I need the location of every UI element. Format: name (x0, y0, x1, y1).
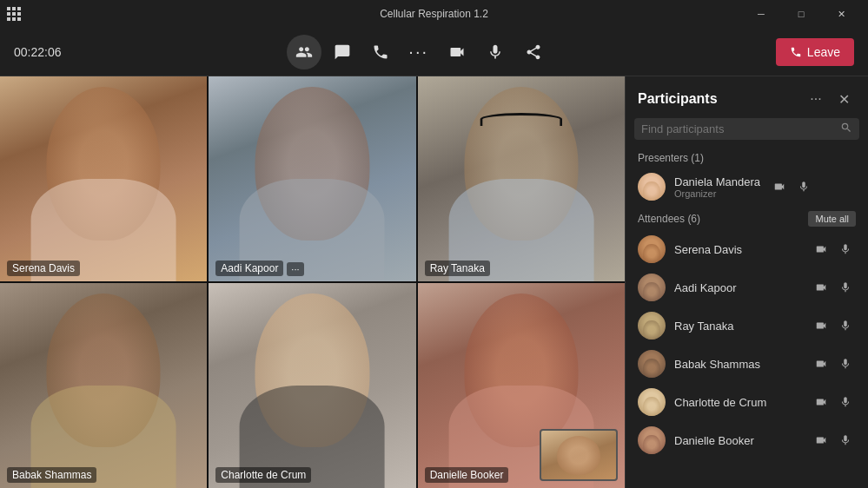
title-bar-left (7, 7, 21, 21)
danielle-name: Danielle Booker (674, 434, 802, 447)
ray-headphones (480, 113, 562, 126)
serena-label: Serena Davis (7, 260, 80, 276)
video-cell-charlotte[interactable]: Charlotte de Crum (209, 283, 415, 488)
serena-controls (811, 239, 856, 260)
window-controls: ─ □ ✕ (741, 0, 861, 28)
charlotte-controls (811, 392, 856, 412)
video-cell-aadi[interactable]: Aadi Kapoor ··· Mute (209, 76, 415, 281)
toolbar-right: Leave (776, 38, 854, 66)
daniela-info: Daniela Mandera Organizer (674, 175, 760, 199)
chat-icon (334, 43, 351, 61)
participant-row-charlotte[interactable]: Charlotte de Crum (626, 383, 868, 421)
charlotte-name: Charlotte de Crum (674, 396, 802, 409)
charlotte-camera-button[interactable] (811, 392, 832, 412)
video-cell-danielle[interactable]: Danielle Booker (418, 283, 625, 488)
babak-label: Babak Shammas (7, 467, 96, 483)
more-button[interactable]: ··· (401, 35, 436, 69)
danielle-label: Danielle Booker (425, 467, 509, 483)
chat-button[interactable] (325, 35, 360, 69)
mic-button[interactable] (478, 35, 513, 69)
panel-more-button[interactable]: ··· (804, 87, 828, 111)
window-title: Cellular Respiration 1.2 (380, 8, 488, 20)
waffle-icon[interactable] (7, 7, 21, 21)
video-cell-babak[interactable]: Babak Shammas (0, 283, 207, 488)
panel-close-button[interactable]: ✕ (832, 87, 856, 111)
participant-row-aadi[interactable]: Aadi Kapoor (626, 268, 868, 307)
camera-button[interactable] (440, 35, 474, 69)
danielle-mic-button[interactable] (835, 430, 856, 451)
mic-icon (487, 43, 504, 61)
aadi-bg (209, 76, 415, 281)
more-icon: ··· (408, 42, 428, 62)
share-button[interactable] (516, 35, 551, 69)
ray-mic-button[interactable] (835, 315, 856, 336)
participant-row-danielle[interactable]: Danielle Booker (626, 421, 868, 459)
danielle-camera-button[interactable] (811, 430, 832, 451)
aadi-label: Aadi Kapoor (215, 260, 283, 276)
ray-controls (811, 315, 856, 336)
camera-icon (448, 43, 466, 61)
daniela-camera-button[interactable] (769, 176, 790, 197)
serena-camera-button[interactable] (811, 239, 832, 260)
self-view-face (557, 436, 600, 475)
video-cell-ray[interactable]: Ray Tanaka (418, 76, 625, 281)
ray-label: Ray Tanaka (425, 260, 490, 276)
serena-bg (0, 76, 207, 281)
panel-header: Participants ··· ✕ (626, 76, 868, 118)
participant-row-ray[interactable]: Ray Tanaka (626, 307, 868, 345)
mute-all-button[interactable]: Mute all (808, 211, 856, 227)
search-box (634, 118, 859, 140)
serena-mic-button[interactable] (835, 239, 856, 260)
leave-button[interactable]: Leave (776, 38, 854, 66)
panel-header-controls: ··· ✕ (804, 87, 856, 111)
presenters-section-header: Presenters (1) (626, 147, 868, 168)
serena-name: Serena Davis (674, 243, 802, 256)
attendees-count: Attendees (6) (638, 213, 700, 225)
participant-row-serena[interactable]: Serena Davis (626, 230, 868, 268)
close-button[interactable]: ✕ (821, 0, 861, 28)
danielle-controls (811, 430, 856, 451)
babak-mic-button[interactable] (835, 353, 856, 374)
call-icon (372, 43, 389, 61)
aadi-controls (811, 277, 856, 298)
people-button[interactable] (287, 35, 321, 69)
charlotte-bg (209, 283, 415, 488)
search-icon (840, 122, 852, 136)
ray-camera-button[interactable] (811, 315, 832, 336)
leave-label: Leave (807, 45, 840, 59)
babak-name: Babak Shammas (674, 358, 802, 371)
ray-bg (418, 76, 625, 281)
video-cell-serena[interactable]: Serena Davis (0, 76, 207, 281)
babak-camera-button[interactable] (811, 353, 832, 374)
daniela-role: Organizer (674, 188, 760, 199)
attendees-section-header: Attendees (6) Mute all (626, 206, 868, 230)
participant-row-babak[interactable]: Babak Shammas (626, 345, 868, 383)
avatar-charlotte (638, 388, 666, 416)
avatar-aadi (638, 274, 666, 301)
aadi-name: Aadi Kapoor (674, 281, 802, 294)
camera-ctrl-icon (773, 181, 785, 193)
minimize-button[interactable]: ─ (741, 0, 781, 28)
self-view-thumbnail (540, 429, 618, 481)
people-icon (295, 43, 313, 61)
aadi-mic-button[interactable] (835, 277, 856, 298)
avatar-daniela (638, 173, 666, 201)
aadi-camera-button[interactable] (811, 277, 832, 298)
daniela-controls (769, 176, 814, 197)
panel-title: Participants (638, 91, 718, 107)
restore-button[interactable]: □ (781, 0, 821, 28)
participant-row-daniela[interactable]: Daniela Mandera Organizer (626, 168, 868, 206)
video-grid: Serena Davis Aadi Kapoor ··· (0, 76, 625, 488)
call-button[interactable] (363, 35, 398, 69)
main-area: Serena Davis Aadi Kapoor ··· (0, 76, 868, 488)
toolbar-center: ··· (287, 35, 551, 69)
babak-controls (811, 353, 856, 374)
avatar-ray (638, 312, 666, 340)
aadi-more-button[interactable]: ··· (287, 262, 303, 276)
call-timer: 00:22:06 (14, 45, 62, 59)
charlotte-mic-button[interactable] (835, 392, 856, 412)
daniela-mic-button[interactable] (793, 176, 814, 197)
participants-list: Presenters (1) Daniela Mandera Organizer (626, 147, 868, 488)
babak-bg (0, 283, 207, 488)
search-input[interactable] (641, 122, 835, 135)
